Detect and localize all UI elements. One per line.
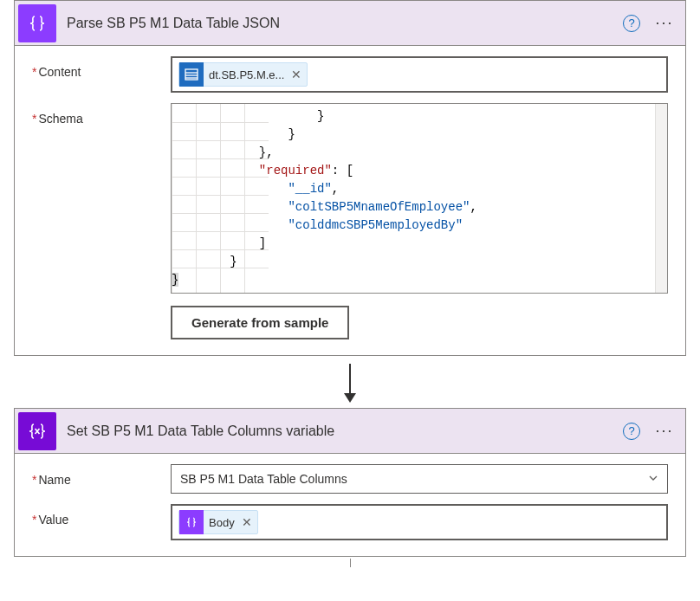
help-icon[interactable]: ? bbox=[623, 423, 640, 440]
content-input[interactable]: dt.SB.P5.M.e... ✕ bbox=[171, 56, 668, 93]
value-field-row: *Value Body ✕ bbox=[32, 504, 668, 540]
value-input[interactable]: Body ✕ bbox=[171, 504, 668, 540]
card-header[interactable]: Parse SB P5 M1 Data Table JSON ? ··· bbox=[15, 1, 685, 46]
more-menu-icon[interactable]: ··· bbox=[651, 14, 678, 32]
more-menu-icon[interactable]: ··· bbox=[651, 422, 678, 440]
value-token[interactable]: Body ✕ bbox=[178, 510, 258, 534]
body-icon bbox=[179, 510, 204, 534]
card-body: *Name SB P5 M1 Data Table Columns *Value bbox=[15, 454, 685, 556]
parse-json-icon bbox=[18, 4, 56, 42]
help-icon[interactable]: ? bbox=[623, 15, 640, 32]
content-field-row: *Content bbox=[32, 56, 668, 93]
variable-icon bbox=[18, 412, 56, 450]
parse-json-card: Parse SB P5 M1 Data Table JSON ? ··· *Co… bbox=[14, 0, 686, 356]
token-label: dt.SB.P5.M.e... bbox=[209, 68, 284, 81]
name-select[interactable]: SB P5 M1 Data Table Columns bbox=[171, 464, 668, 494]
flow-arrow bbox=[14, 358, 686, 408]
card-body: *Content bbox=[15, 46, 685, 355]
datatable-icon bbox=[179, 62, 204, 87]
token-remove-icon[interactable]: ✕ bbox=[291, 68, 301, 81]
name-field-row: *Name SB P5 M1 Data Table Columns bbox=[32, 464, 668, 494]
generate-from-sample-button[interactable]: Generate from sample bbox=[171, 306, 349, 339]
card-title: Set SB P5 M1 Data Table Columns variable bbox=[67, 423, 623, 439]
set-variable-card: Set SB P5 M1 Data Table Columns variable… bbox=[14, 408, 686, 557]
token-label: Body bbox=[209, 516, 235, 529]
schema-code: } } }, "required": [ "__id", "coltSBP5Mn… bbox=[172, 104, 664, 293]
schema-label: *Schema bbox=[32, 103, 171, 126]
token-remove-icon[interactable]: ✕ bbox=[242, 515, 252, 529]
card-title: Parse SB P5 M1 Data Table JSON bbox=[67, 16, 623, 31]
card-header[interactable]: Set SB P5 M1 Data Table Columns variable… bbox=[15, 409, 685, 454]
schema-field-row: *Schema bbox=[32, 103, 668, 339]
chevron-down-icon bbox=[648, 472, 658, 486]
schema-editor[interactable]: } } }, "required": [ "__id", "coltSBP5Mn… bbox=[171, 103, 668, 294]
name-value: SB P5 M1 Data Table Columns bbox=[180, 472, 347, 486]
content-label: *Content bbox=[32, 56, 171, 79]
content-token[interactable]: dt.SB.P5.M.e... ✕ bbox=[178, 62, 308, 87]
value-label: *Value bbox=[32, 504, 171, 527]
name-label: *Name bbox=[32, 464, 171, 487]
scrollbar[interactable] bbox=[655, 104, 667, 293]
flow-stub bbox=[350, 559, 351, 567]
